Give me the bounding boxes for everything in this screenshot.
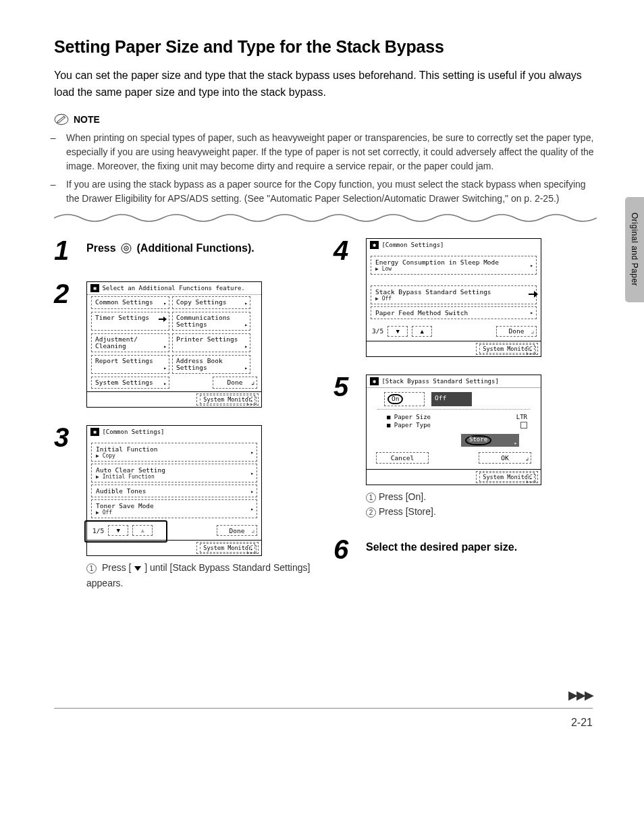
menu-copy-settings[interactable]: Copy Settings▸ (172, 296, 250, 309)
chapter-side-tab: Original and Paper (625, 197, 644, 302)
cancel-button[interactable]: Cancel (376, 452, 429, 464)
pencil-note-icon (54, 113, 69, 126)
menu-address-book-settings[interactable]: Address Book Settings▸ (172, 355, 250, 374)
continue-arrows-icon: ▶▶▶ (568, 688, 593, 702)
menu-timer-settings[interactable]: Timer Settings (91, 312, 169, 331)
option-off[interactable]: Off (431, 392, 472, 407)
down-arrow-key-icon (134, 564, 142, 572)
page-up-button[interactable]: ▲ (412, 326, 432, 337)
svg-point-3 (126, 248, 127, 249)
circled-one-icon: 1 (366, 493, 376, 503)
pointer-hand-icon (528, 289, 537, 297)
menu-system-settings[interactable]: System Settings▸ (91, 377, 169, 389)
menu-report-settings[interactable]: Report Settings▸ (91, 355, 169, 374)
step-6-title: Select the desired paper size. (366, 541, 517, 553)
row-audible-tones[interactable]: Audible Tones▸ (91, 485, 257, 497)
step-5: 5 ✱[Stack Bypass Standard Settings] On O… (333, 373, 597, 520)
intro-paragraph: You can set the paper size and type that… (54, 67, 597, 101)
system-monitor-button[interactable]: System Monitor▸ (196, 542, 259, 554)
gear-tab-icon: ✱ (370, 241, 379, 249)
ok-button[interactable]: OK↲ (479, 452, 531, 464)
gear-tab-icon: ✱ (90, 284, 99, 292)
store-button[interactable]: Store▸ (461, 434, 519, 447)
lcd-additional-functions: ✱Select an Additional Functions feature.… (86, 281, 262, 408)
step-number: 4 (333, 237, 352, 264)
row-stack-bypass-standard-settings[interactable]: Stack Bypass Standard Settings▶ Off (371, 285, 537, 304)
step-6: 6 Select the desired paper size. (333, 536, 597, 563)
gear-tab-icon: ✱ (370, 377, 379, 385)
paper-size-label: ■ Paper Size (387, 414, 431, 420)
lcd4-title: [Common Settings] (381, 242, 444, 248)
lcd-common-settings-p1: ✱[Common Settings] Initial Function▶ Cop… (86, 425, 262, 556)
gear-tab-icon: ✱ (90, 428, 99, 436)
done-button[interactable]: Done↲ (217, 525, 257, 536)
system-monitor-button[interactable]: System Monitor▸ (476, 343, 538, 355)
note-label: NOTE (74, 114, 100, 125)
paper-type-icon (520, 422, 527, 429)
row-toner-save-mode[interactable]: Toner Save Mode▶ Off▸ (91, 499, 257, 518)
note-item: If you are using the stack bypass as a p… (66, 177, 597, 206)
pointer-hand-icon (158, 314, 167, 323)
step-number: 2 (54, 280, 73, 307)
row-energy-consumption[interactable]: Energy Consumption in Sleep Mode▶ Low▸ (371, 256, 537, 275)
page-up-button[interactable]: ▲ (132, 525, 153, 536)
row-paper-feed-method[interactable]: Paper Feed Method Switch▸ (371, 306, 537, 319)
done-button[interactable]: Done↲ (496, 326, 537, 337)
menu-communications-settings[interactable]: Communications Settings▸ (172, 312, 250, 331)
page-number: 2-21 (571, 714, 593, 729)
page-down-button[interactable]: ▼ (108, 525, 128, 536)
menu-adjustment-cleaning[interactable]: Adjustment/ Cleaning▸ (91, 333, 169, 352)
menu-common-settings[interactable]: Common Settings▸ (91, 296, 169, 309)
wavy-divider (54, 211, 597, 223)
system-monitor-button[interactable]: System Monitor▸ (196, 393, 259, 406)
option-on[interactable]: On (384, 392, 425, 407)
additional-functions-key-icon (121, 243, 132, 254)
lcd-common-settings-p3: ✱[Common Settings] Energy Consumption in… (366, 238, 541, 357)
done-button[interactable]: Done↲ (213, 377, 257, 389)
step-2: 2 ✱Select an Additional Functions featur… (54, 280, 317, 408)
circled-two-icon: 2 (366, 507, 376, 518)
step-1: 1 Press (Additional Functions). (54, 237, 317, 264)
paper-size-value: LTR (516, 414, 527, 420)
section-heading: Setting Paper Size and Type for the Stac… (54, 37, 597, 57)
note-list: When printing on special types of paper,… (54, 131, 597, 206)
step-4: 4 ✱[Common Settings] Energy Consumption … (333, 237, 597, 357)
page-down-button[interactable]: ▼ (387, 326, 408, 337)
footer-rule (54, 708, 593, 709)
chapter-tab-label: Original and Paper (630, 213, 639, 286)
step5-sub2: Press [Store]. (379, 506, 436, 517)
page-indicator: 1/5 (92, 527, 104, 534)
step3-sub-a: Press [ (102, 562, 132, 573)
step-number: 1 (54, 237, 73, 264)
step-1-text-b: (Additional Functions). (137, 242, 254, 254)
lcd5-title: [Stack Bypass Standard Settings] (381, 378, 498, 385)
page-indicator: 3/5 (372, 327, 383, 335)
row-auto-clear-setting[interactable]: Auto Clear Setting▶ Initial Function▸ (91, 464, 257, 482)
menu-printer-settings[interactable]: Printer Settings▸ (172, 333, 250, 352)
lcd-stack-bypass-standard-settings: ✱[Stack Bypass Standard Settings] On Off… (366, 375, 541, 486)
lcd2-header: Select an Additional Functions feature. (102, 285, 244, 292)
step5-sub1: Press [On]. (379, 491, 426, 502)
row-initial-function[interactable]: Initial Function▶ Copy▸ (91, 443, 257, 462)
system-monitor-button[interactable]: System Monitor▸ (476, 471, 538, 483)
step-number: 6 (333, 536, 352, 563)
step-number: 3 (54, 424, 73, 451)
step-1-text-a: Press (86, 242, 119, 254)
circled-one-icon: 1 (86, 563, 97, 574)
lcd3-title: [Common Settings] (102, 429, 164, 435)
paper-type-label: ■ Paper Type (387, 422, 431, 429)
note-item: When printing on special types of paper,… (66, 131, 597, 173)
step-3: 3 ✱[Common Settings] Initial Function▶ C… (54, 424, 317, 590)
step-number: 5 (333, 373, 352, 400)
